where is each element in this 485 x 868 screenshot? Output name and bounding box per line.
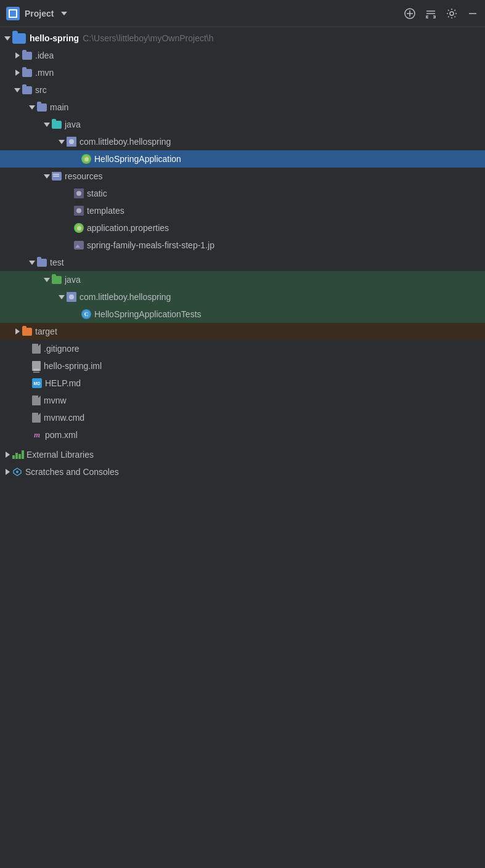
- spring-test-class-icon: [81, 309, 91, 319]
- tree-item-mvnw-cmd[interactable]: mvnw.cmd: [0, 409, 485, 426]
- tree-item-spring-image[interactable]: spring-family-meals-first-step-1.jp: [0, 237, 485, 254]
- item-label: HELP.md: [45, 378, 81, 388]
- expand-arrow: [27, 258, 37, 267]
- item-label: main: [50, 102, 68, 112]
- item-label: .mvn: [35, 68, 54, 78]
- expand-arrow: [2, 33, 12, 43]
- mvnw-file-icon: [32, 395, 41, 405]
- expand-arrow: [57, 137, 67, 147]
- expand-arrow: [12, 51, 22, 60]
- tree-item-resources[interactable]: resources: [0, 168, 485, 185]
- svg-point-5: [450, 12, 454, 15]
- expand-arrow: [12, 68, 22, 78]
- generic-file-icon: [32, 344, 41, 354]
- panel-header: Project: [0, 0, 485, 27]
- item-label: application.properties: [87, 223, 169, 233]
- expand-arrow: [42, 120, 52, 129]
- tree-item-pom[interactable]: m pom.xml: [0, 426, 485, 444]
- tree-item-hello-spring-app[interactable]: HelloSpringApplication: [0, 150, 485, 168]
- expand-arrow: [64, 189, 74, 198]
- item-label: src: [35, 85, 47, 95]
- expand-arrow: [12, 85, 22, 95]
- expand-arrow: [42, 171, 52, 181]
- tree-item-hello-spring-tests[interactable]: HelloSpringApplicationTests: [0, 306, 485, 323]
- iml-file-icon: [32, 361, 41, 371]
- expand-arrow: [2, 450, 12, 460]
- expand-arrow: [42, 275, 52, 285]
- tree-item-gitignore[interactable]: .gitignore: [0, 340, 485, 357]
- add-content-root-button[interactable]: [404, 7, 416, 20]
- tree-item-mvnw[interactable]: mvnw: [0, 392, 485, 409]
- header-actions: [404, 7, 479, 20]
- scratches-icon: [12, 467, 22, 477]
- expand-arrow: [12, 327, 22, 336]
- item-label: templates: [87, 206, 124, 216]
- panel-dropdown-icon[interactable]: [61, 12, 67, 15]
- tree-item-java-test[interactable]: java: [0, 271, 485, 288]
- md-file-icon: MD: [32, 378, 42, 388]
- folder-icon: [22, 52, 32, 60]
- image-file-icon: [74, 241, 84, 249]
- project-folder-icon: [12, 33, 26, 44]
- item-label: HelloSpringApplication: [94, 154, 181, 164]
- tree-item-main[interactable]: main: [0, 99, 485, 116]
- item-label: Scratches and Consoles: [25, 467, 119, 477]
- external-libraries-icon: [12, 449, 23, 460]
- item-label: resources: [65, 171, 102, 181]
- tree-item-iml[interactable]: hello-spring.iml: [0, 357, 485, 375]
- item-label: .idea: [35, 51, 54, 60]
- item-label: mvnw.cmd: [44, 413, 84, 423]
- expand-arrow: [2, 467, 12, 477]
- minimize-button[interactable]: [467, 7, 479, 20]
- package-icon: [67, 292, 76, 302]
- spring-properties-icon: [74, 223, 84, 233]
- folder-icon: [22, 69, 32, 77]
- tree-item-help-md[interactable]: MD HELP.md: [0, 375, 485, 392]
- folder-package-icon: [74, 189, 84, 198]
- folder-package-icon: [74, 206, 84, 216]
- settings-button[interactable]: [446, 7, 458, 20]
- tree-item-static[interactable]: static: [0, 185, 485, 202]
- tree-item-java[interactable]: java: [0, 116, 485, 133]
- tree-root-item[interactable]: hello-spring C:\Users\littleboy\myOwnPro…: [0, 30, 485, 47]
- item-label: java: [65, 275, 81, 285]
- expand-arrow: [27, 102, 37, 112]
- tree-item-scratches[interactable]: Scratches and Consoles: [0, 463, 485, 481]
- item-label: pom.xml: [45, 430, 78, 440]
- item-label: .gitignore: [44, 344, 79, 354]
- expand-arrow: [71, 154, 81, 164]
- maven-icon: m: [32, 430, 42, 440]
- package-icon: [67, 137, 76, 147]
- spring-class-icon: [81, 154, 91, 164]
- collapse-all-button[interactable]: [425, 7, 437, 20]
- header-left: Project: [6, 7, 67, 20]
- tree-item-package[interactable]: com.littleboy.hellospring: [0, 133, 485, 150]
- item-label: com.littleboy.hellospring: [79, 292, 171, 302]
- folder-icon: [37, 103, 47, 112]
- tree-item-templates[interactable]: templates: [0, 202, 485, 219]
- project-icon: [6, 7, 20, 20]
- item-label: hello-spring.iml: [44, 361, 102, 371]
- folder-icon-green: [52, 276, 62, 284]
- folder-icon-cyan: [52, 121, 62, 129]
- tree-item-test-package[interactable]: com.littleboy.hellospring: [0, 288, 485, 306]
- no-arrow: [64, 240, 74, 250]
- item-label: target: [35, 327, 57, 336]
- file-tree: hello-spring C:\Users\littleboy\myOwnPro…: [0, 27, 485, 483]
- folder-icon-orange: [22, 328, 32, 336]
- tree-item-app-properties[interactable]: application.properties: [0, 219, 485, 237]
- tree-item-external-libraries[interactable]: External Libraries: [0, 446, 485, 463]
- svg-point-8: [16, 471, 18, 473]
- tree-item-idea[interactable]: .idea: [0, 47, 485, 64]
- item-label: mvnw: [44, 395, 67, 405]
- no-arrow: [22, 344, 32, 354]
- resources-folder-icon: [52, 172, 62, 180]
- tree-item-target[interactable]: target: [0, 323, 485, 340]
- tree-item-test[interactable]: test: [0, 254, 485, 271]
- no-arrow: [22, 430, 32, 440]
- item-label: java: [65, 120, 81, 129]
- tree-item-mvn[interactable]: .mvn: [0, 64, 485, 81]
- tree-item-src[interactable]: src: [0, 81, 485, 99]
- item-label: External Libraries: [26, 450, 94, 460]
- project-path: C:\Users\littleboy\myOwnProject\h: [83, 33, 213, 43]
